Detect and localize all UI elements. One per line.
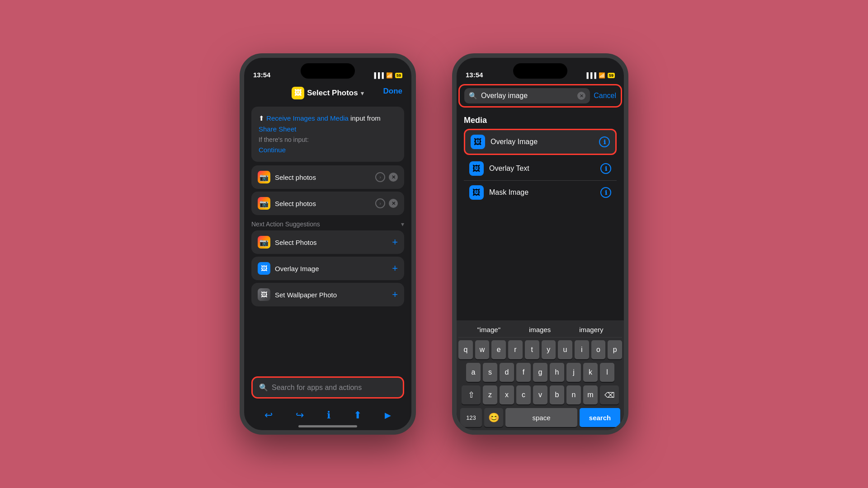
result-overlay-text[interactable]: 🖼 Overlay Text ℹ <box>464 157 617 181</box>
key-g[interactable]: g <box>533 363 547 382</box>
photos-icon-2: 📷 <box>258 197 270 210</box>
key-n[interactable]: n <box>566 385 581 404</box>
sug-wallpaper-icon: 🖼 <box>258 288 270 301</box>
key-k[interactable]: k <box>583 363 598 382</box>
key-a[interactable]: a <box>466 363 481 382</box>
key-v[interactable]: v <box>533 385 547 404</box>
battery-right: 59 <box>608 73 615 78</box>
key-p[interactable]: p <box>608 340 622 359</box>
done-button[interactable]: Done <box>383 87 403 96</box>
add-overlay-image-btn[interactable]: + <box>392 263 398 274</box>
key-h[interactable]: h <box>550 363 564 382</box>
time-right: 13:54 <box>466 71 483 79</box>
key-f[interactable]: f <box>516 363 531 382</box>
key-o[interactable]: o <box>591 340 606 359</box>
key-s[interactable]: s <box>483 363 497 382</box>
key-j[interactable]: j <box>566 363 581 382</box>
sug-overlay-icon: 🖼 <box>258 262 270 275</box>
key-d[interactable]: d <box>500 363 514 382</box>
key-delete[interactable]: ⌫ <box>600 385 619 404</box>
key-space[interactable]: space <box>505 408 577 427</box>
key-m[interactable]: m <box>583 385 598 404</box>
suggestion-imagery[interactable]: imagery <box>579 326 603 333</box>
info-icon[interactable]: ℹ <box>327 409 330 421</box>
overlay-text-info-btn[interactable]: ℹ <box>600 163 611 174</box>
keyboard-row-4: 123 😊 space search <box>458 408 622 427</box>
add-select-photos-btn[interactable]: + <box>392 236 398 248</box>
key-emoji[interactable]: 😊 <box>484 408 503 427</box>
suggestion-overlay-image[interactable]: 🖼 Overlay Image + <box>251 257 404 280</box>
key-l[interactable]: l <box>600 363 614 382</box>
key-123[interactable]: 123 <box>460 408 482 427</box>
key-y[interactable]: y <box>542 340 556 359</box>
key-u[interactable]: u <box>558 340 572 359</box>
key-c[interactable]: c <box>516 385 531 404</box>
keyboard-row-2: a s d f g h j k l <box>458 363 622 382</box>
redo-icon[interactable]: ↪ <box>296 409 304 421</box>
signal-icon-right: ▐▐▐ <box>585 72 596 79</box>
result-left-3: 🖼 Mask Image <box>469 185 528 200</box>
right-phone: 13:54 ▐▐▐ 📶 59 🔍 Overlay image ✕ Cancel … <box>452 53 628 435</box>
overlay-image-label: Overlay Image <box>491 138 538 146</box>
receive-block: ⬆ Receive Images and Media input from Sh… <box>251 107 404 162</box>
sug-wallpaper-label: Set Wallpaper Photo <box>275 291 337 299</box>
keyboard-row-5: 🌐 🎤 <box>458 431 622 435</box>
key-x[interactable]: x <box>500 385 514 404</box>
search-bar-container: 🔍 Search for apps and actions <box>251 376 404 399</box>
mask-image-icon: 🖼 <box>469 185 484 200</box>
search-clear-button[interactable]: ✕ <box>577 92 585 100</box>
key-shift[interactable]: ⇧ <box>462 385 481 404</box>
result-overlay-image[interactable]: 🖼 Overlay Image ℹ <box>464 129 617 155</box>
key-t[interactable]: t <box>525 340 539 359</box>
close-btn-1[interactable]: ✕ <box>389 173 398 182</box>
suggestion-quoted[interactable]: "image" <box>477 326 500 333</box>
search-input-icon: 🔍 <box>469 92 477 100</box>
share-sheet-label: Share Sheet <box>259 125 296 133</box>
shortcuts-screen: 🖼 Select Photos ▾ Done ⬆ Receive Images … <box>244 82 411 430</box>
key-w[interactable]: w <box>475 340 490 359</box>
mask-image-info-btn[interactable]: ℹ <box>600 187 611 198</box>
share-icon[interactable]: ⬆ <box>354 409 362 421</box>
continue-label[interactable]: Continue <box>259 145 397 155</box>
key-r[interactable]: r <box>508 340 523 359</box>
key-globe[interactable]: 🌐 <box>466 433 477 435</box>
action-search-bar[interactable]: 🔍 Search for apps and actions <box>251 376 404 399</box>
suggestion-select-photos[interactable]: 📷 Select Photos + <box>251 230 404 254</box>
overlay-image-info-btn[interactable]: ℹ <box>599 136 610 147</box>
keyboard-row-1: q w e r t y u i o p <box>458 340 622 359</box>
key-z[interactable]: z <box>483 385 497 404</box>
search-input-field[interactable]: 🔍 Overlay image ✕ <box>464 88 590 103</box>
left-phone: 13:54 ▐▐▐ 📶 59 🖼 Select Photos ▾ Done ⬆ … <box>240 53 416 435</box>
close-btn-2[interactable]: ✕ <box>389 199 398 208</box>
key-mic[interactable]: 🎤 <box>604 433 615 435</box>
select-photos-row-1[interactable]: 📷 Select photos › ✕ <box>251 165 404 189</box>
play-icon[interactable]: ▶ <box>385 410 391 420</box>
result-mask-image[interactable]: 🖼 Mask Image ℹ <box>464 181 617 204</box>
key-i[interactable]: i <box>575 340 589 359</box>
overlay-text-icon: 🖼 <box>469 161 484 176</box>
suggestion-images[interactable]: images <box>529 326 551 333</box>
key-b[interactable]: b <box>550 385 564 404</box>
battery-left: 59 <box>395 73 402 78</box>
mask-image-label: Mask Image <box>489 188 528 197</box>
wifi-icon-right: 📶 <box>599 72 605 79</box>
wifi-icon: 📶 <box>386 72 393 79</box>
key-search[interactable]: search <box>580 408 620 427</box>
search-query: Overlay image <box>481 92 574 100</box>
suggestions-chevron-icon: ▾ <box>401 221 404 228</box>
sug-photos-label: Select Photos <box>275 239 317 246</box>
home-indicator-left <box>298 425 357 427</box>
receive-label: Receive <box>266 114 292 122</box>
cancel-button[interactable]: Cancel <box>594 92 616 100</box>
undo-icon[interactable]: ↩ <box>264 409 273 421</box>
images-media-label: Images and Media <box>293 114 349 122</box>
overlay-image-icon: 🖼 <box>471 135 485 149</box>
key-q[interactable]: q <box>458 340 473 359</box>
add-wallpaper-btn[interactable]: + <box>392 289 398 300</box>
key-e[interactable]: e <box>491 340 506 359</box>
select-photos-row-2[interactable]: 📷 Select photos › ✕ <box>251 192 404 215</box>
input-from-label: input from <box>350 114 381 122</box>
shortcuts-title: 🖼 Select Photos ▾ <box>292 87 363 99</box>
signal-icon: ▐▐▐ <box>372 72 384 79</box>
suggestion-set-wallpaper[interactable]: 🖼 Set Wallpaper Photo + <box>251 283 404 306</box>
